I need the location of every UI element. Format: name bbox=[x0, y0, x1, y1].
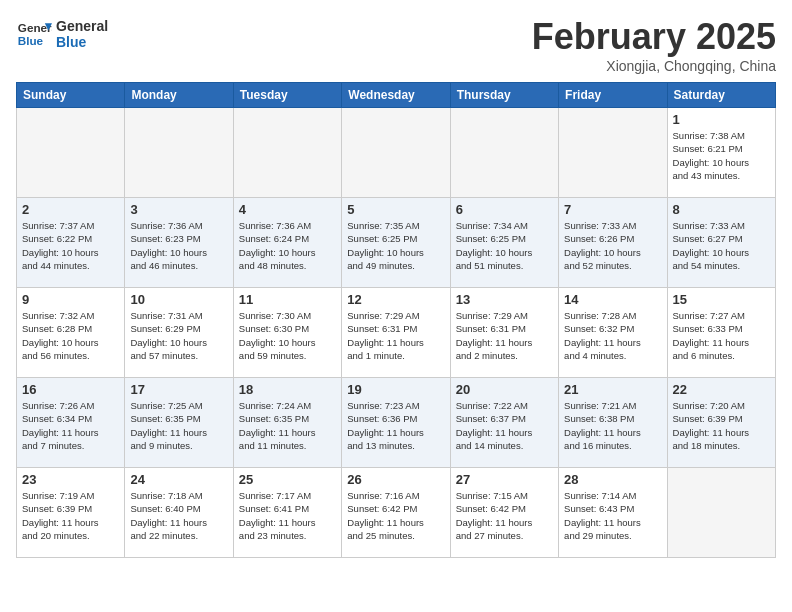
day-number: 7 bbox=[564, 202, 661, 217]
weekday-header-saturday: Saturday bbox=[667, 83, 775, 108]
calendar-cell: 6Sunrise: 7:34 AM Sunset: 6:25 PM Daylig… bbox=[450, 198, 558, 288]
day-info: Sunrise: 7:21 AM Sunset: 6:38 PM Dayligh… bbox=[564, 399, 661, 452]
day-number: 1 bbox=[673, 112, 770, 127]
week-row-1: 1Sunrise: 7:38 AM Sunset: 6:21 PM Daylig… bbox=[17, 108, 776, 198]
calendar: SundayMondayTuesdayWednesdayThursdayFrid… bbox=[16, 82, 776, 558]
weekday-header-sunday: Sunday bbox=[17, 83, 125, 108]
calendar-cell: 12Sunrise: 7:29 AM Sunset: 6:31 PM Dayli… bbox=[342, 288, 450, 378]
week-row-2: 2Sunrise: 7:37 AM Sunset: 6:22 PM Daylig… bbox=[17, 198, 776, 288]
svg-text:Blue: Blue bbox=[18, 34, 44, 47]
day-number: 22 bbox=[673, 382, 770, 397]
day-info: Sunrise: 7:33 AM Sunset: 6:26 PM Dayligh… bbox=[564, 219, 661, 272]
calendar-cell: 18Sunrise: 7:24 AM Sunset: 6:35 PM Dayli… bbox=[233, 378, 341, 468]
day-number: 28 bbox=[564, 472, 661, 487]
week-row-3: 9Sunrise: 7:32 AM Sunset: 6:28 PM Daylig… bbox=[17, 288, 776, 378]
calendar-cell: 14Sunrise: 7:28 AM Sunset: 6:32 PM Dayli… bbox=[559, 288, 667, 378]
day-info: Sunrise: 7:18 AM Sunset: 6:40 PM Dayligh… bbox=[130, 489, 227, 542]
svg-text:General: General bbox=[18, 21, 52, 34]
day-number: 16 bbox=[22, 382, 119, 397]
weekday-header-monday: Monday bbox=[125, 83, 233, 108]
day-info: Sunrise: 7:31 AM Sunset: 6:29 PM Dayligh… bbox=[130, 309, 227, 362]
day-number: 20 bbox=[456, 382, 553, 397]
calendar-cell: 15Sunrise: 7:27 AM Sunset: 6:33 PM Dayli… bbox=[667, 288, 775, 378]
calendar-cell: 21Sunrise: 7:21 AM Sunset: 6:38 PM Dayli… bbox=[559, 378, 667, 468]
day-number: 26 bbox=[347, 472, 444, 487]
day-info: Sunrise: 7:32 AM Sunset: 6:28 PM Dayligh… bbox=[22, 309, 119, 362]
calendar-cell bbox=[342, 108, 450, 198]
day-info: Sunrise: 7:34 AM Sunset: 6:25 PM Dayligh… bbox=[456, 219, 553, 272]
day-number: 21 bbox=[564, 382, 661, 397]
day-number: 2 bbox=[22, 202, 119, 217]
day-info: Sunrise: 7:36 AM Sunset: 6:23 PM Dayligh… bbox=[130, 219, 227, 272]
day-number: 9 bbox=[22, 292, 119, 307]
calendar-cell: 5Sunrise: 7:35 AM Sunset: 6:25 PM Daylig… bbox=[342, 198, 450, 288]
weekday-header-thursday: Thursday bbox=[450, 83, 558, 108]
calendar-cell bbox=[125, 108, 233, 198]
day-number: 14 bbox=[564, 292, 661, 307]
calendar-cell: 27Sunrise: 7:15 AM Sunset: 6:42 PM Dayli… bbox=[450, 468, 558, 558]
day-number: 19 bbox=[347, 382, 444, 397]
day-info: Sunrise: 7:28 AM Sunset: 6:32 PM Dayligh… bbox=[564, 309, 661, 362]
calendar-cell: 9Sunrise: 7:32 AM Sunset: 6:28 PM Daylig… bbox=[17, 288, 125, 378]
calendar-cell: 2Sunrise: 7:37 AM Sunset: 6:22 PM Daylig… bbox=[17, 198, 125, 288]
calendar-cell: 10Sunrise: 7:31 AM Sunset: 6:29 PM Dayli… bbox=[125, 288, 233, 378]
day-number: 5 bbox=[347, 202, 444, 217]
calendar-cell: 13Sunrise: 7:29 AM Sunset: 6:31 PM Dayli… bbox=[450, 288, 558, 378]
logo: General Blue General Blue bbox=[16, 16, 108, 52]
calendar-cell bbox=[233, 108, 341, 198]
calendar-cell: 17Sunrise: 7:25 AM Sunset: 6:35 PM Dayli… bbox=[125, 378, 233, 468]
day-number: 12 bbox=[347, 292, 444, 307]
day-number: 24 bbox=[130, 472, 227, 487]
calendar-cell: 11Sunrise: 7:30 AM Sunset: 6:30 PM Dayli… bbox=[233, 288, 341, 378]
calendar-cell: 1Sunrise: 7:38 AM Sunset: 6:21 PM Daylig… bbox=[667, 108, 775, 198]
day-number: 6 bbox=[456, 202, 553, 217]
calendar-cell: 8Sunrise: 7:33 AM Sunset: 6:27 PM Daylig… bbox=[667, 198, 775, 288]
day-number: 4 bbox=[239, 202, 336, 217]
day-info: Sunrise: 7:24 AM Sunset: 6:35 PM Dayligh… bbox=[239, 399, 336, 452]
day-info: Sunrise: 7:38 AM Sunset: 6:21 PM Dayligh… bbox=[673, 129, 770, 182]
weekday-header-wednesday: Wednesday bbox=[342, 83, 450, 108]
page-header: General Blue General Blue February 2025 … bbox=[16, 16, 776, 74]
month-title: February 2025 bbox=[532, 16, 776, 58]
day-info: Sunrise: 7:25 AM Sunset: 6:35 PM Dayligh… bbox=[130, 399, 227, 452]
calendar-cell: 28Sunrise: 7:14 AM Sunset: 6:43 PM Dayli… bbox=[559, 468, 667, 558]
day-info: Sunrise: 7:22 AM Sunset: 6:37 PM Dayligh… bbox=[456, 399, 553, 452]
calendar-cell bbox=[450, 108, 558, 198]
day-info: Sunrise: 7:23 AM Sunset: 6:36 PM Dayligh… bbox=[347, 399, 444, 452]
calendar-cell: 25Sunrise: 7:17 AM Sunset: 6:41 PM Dayli… bbox=[233, 468, 341, 558]
calendar-cell: 3Sunrise: 7:36 AM Sunset: 6:23 PM Daylig… bbox=[125, 198, 233, 288]
day-number: 18 bbox=[239, 382, 336, 397]
day-number: 15 bbox=[673, 292, 770, 307]
day-info: Sunrise: 7:14 AM Sunset: 6:43 PM Dayligh… bbox=[564, 489, 661, 542]
day-info: Sunrise: 7:17 AM Sunset: 6:41 PM Dayligh… bbox=[239, 489, 336, 542]
day-number: 13 bbox=[456, 292, 553, 307]
week-row-4: 16Sunrise: 7:26 AM Sunset: 6:34 PM Dayli… bbox=[17, 378, 776, 468]
calendar-cell: 19Sunrise: 7:23 AM Sunset: 6:36 PM Dayli… bbox=[342, 378, 450, 468]
day-number: 11 bbox=[239, 292, 336, 307]
day-info: Sunrise: 7:15 AM Sunset: 6:42 PM Dayligh… bbox=[456, 489, 553, 542]
calendar-cell: 7Sunrise: 7:33 AM Sunset: 6:26 PM Daylig… bbox=[559, 198, 667, 288]
day-info: Sunrise: 7:37 AM Sunset: 6:22 PM Dayligh… bbox=[22, 219, 119, 272]
day-info: Sunrise: 7:35 AM Sunset: 6:25 PM Dayligh… bbox=[347, 219, 444, 272]
day-info: Sunrise: 7:16 AM Sunset: 6:42 PM Dayligh… bbox=[347, 489, 444, 542]
logo-general-text: General bbox=[56, 18, 108, 34]
calendar-cell: 26Sunrise: 7:16 AM Sunset: 6:42 PM Dayli… bbox=[342, 468, 450, 558]
weekday-header-tuesday: Tuesday bbox=[233, 83, 341, 108]
calendar-cell bbox=[17, 108, 125, 198]
week-row-5: 23Sunrise: 7:19 AM Sunset: 6:39 PM Dayli… bbox=[17, 468, 776, 558]
day-number: 25 bbox=[239, 472, 336, 487]
logo-blue-text: Blue bbox=[56, 34, 108, 50]
calendar-cell: 16Sunrise: 7:26 AM Sunset: 6:34 PM Dayli… bbox=[17, 378, 125, 468]
day-info: Sunrise: 7:20 AM Sunset: 6:39 PM Dayligh… bbox=[673, 399, 770, 452]
day-number: 23 bbox=[22, 472, 119, 487]
calendar-cell: 4Sunrise: 7:36 AM Sunset: 6:24 PM Daylig… bbox=[233, 198, 341, 288]
calendar-cell: 23Sunrise: 7:19 AM Sunset: 6:39 PM Dayli… bbox=[17, 468, 125, 558]
day-number: 27 bbox=[456, 472, 553, 487]
day-info: Sunrise: 7:27 AM Sunset: 6:33 PM Dayligh… bbox=[673, 309, 770, 362]
day-info: Sunrise: 7:33 AM Sunset: 6:27 PM Dayligh… bbox=[673, 219, 770, 272]
day-info: Sunrise: 7:29 AM Sunset: 6:31 PM Dayligh… bbox=[456, 309, 553, 362]
day-number: 3 bbox=[130, 202, 227, 217]
weekday-header-friday: Friday bbox=[559, 83, 667, 108]
day-info: Sunrise: 7:19 AM Sunset: 6:39 PM Dayligh… bbox=[22, 489, 119, 542]
day-info: Sunrise: 7:26 AM Sunset: 6:34 PM Dayligh… bbox=[22, 399, 119, 452]
